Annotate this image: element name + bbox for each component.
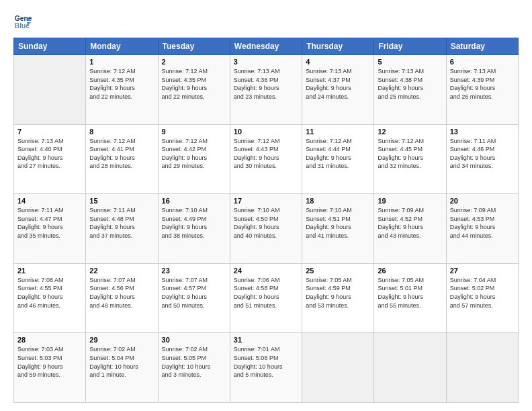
calendar-cell: 25Sunrise: 7:05 AM Sunset: 4:59 PM Dayli… <box>302 263 374 333</box>
calendar-cell: 29Sunrise: 7:02 AM Sunset: 5:04 PM Dayli… <box>86 333 158 403</box>
weekday-header-monday: Monday <box>86 38 158 55</box>
calendar-cell: 13Sunrise: 7:11 AM Sunset: 4:46 PM Dayli… <box>446 124 518 194</box>
day-number: 31 <box>234 336 298 344</box>
weekday-header-saturday: Saturday <box>446 38 518 55</box>
header: General Blue <box>13 12 519 31</box>
calendar-cell <box>14 55 86 125</box>
day-info: Sunrise: 7:12 AM Sunset: 4:42 PM Dayligh… <box>162 137 226 171</box>
day-info: Sunrise: 7:12 AM Sunset: 4:35 PM Dayligh… <box>162 67 226 101</box>
calendar-cell: 26Sunrise: 7:05 AM Sunset: 5:01 PM Dayli… <box>374 263 446 333</box>
day-number: 29 <box>89 336 154 344</box>
calendar-week-3: 21Sunrise: 7:08 AM Sunset: 4:55 PM Dayli… <box>14 263 519 333</box>
calendar-header: SundayMondayTuesdayWednesdayThursdayFrid… <box>14 38 519 55</box>
calendar-cell: 30Sunrise: 7:02 AM Sunset: 5:05 PM Dayli… <box>158 333 230 403</box>
day-number: 24 <box>234 267 298 275</box>
day-number: 28 <box>17 336 82 344</box>
day-number: 8 <box>89 128 154 136</box>
calendar-cell: 6Sunrise: 7:13 AM Sunset: 4:39 PM Daylig… <box>446 55 518 125</box>
calendar-cell: 17Sunrise: 7:10 AM Sunset: 4:50 PM Dayli… <box>230 194 302 264</box>
logo-icon: General Blue <box>13 12 32 31</box>
calendar-cell: 21Sunrise: 7:08 AM Sunset: 4:55 PM Dayli… <box>14 263 86 333</box>
logo: General Blue <box>13 12 35 31</box>
day-number: 16 <box>162 197 226 205</box>
calendar-cell: 31Sunrise: 7:01 AM Sunset: 5:06 PM Dayli… <box>230 333 302 403</box>
day-number: 9 <box>162 128 226 136</box>
day-number: 3 <box>234 58 298 66</box>
calendar-cell: 3Sunrise: 7:13 AM Sunset: 4:36 PM Daylig… <box>230 55 302 125</box>
day-number: 2 <box>162 58 226 66</box>
calendar-cell: 4Sunrise: 7:13 AM Sunset: 4:37 PM Daylig… <box>302 55 374 125</box>
calendar-cell: 16Sunrise: 7:10 AM Sunset: 4:49 PM Dayli… <box>158 194 230 264</box>
day-info: Sunrise: 7:12 AM Sunset: 4:44 PM Dayligh… <box>306 137 370 171</box>
day-number: 7 <box>17 128 82 136</box>
day-info: Sunrise: 7:01 AM Sunset: 5:06 PM Dayligh… <box>234 345 298 379</box>
day-number: 5 <box>378 58 442 66</box>
weekday-header-tuesday: Tuesday <box>158 38 230 55</box>
day-number: 21 <box>17 267 82 275</box>
day-info: Sunrise: 7:12 AM Sunset: 4:41 PM Dayligh… <box>89 137 154 171</box>
day-number: 12 <box>378 128 442 136</box>
day-info: Sunrise: 7:11 AM Sunset: 4:48 PM Dayligh… <box>89 206 154 240</box>
day-number: 18 <box>306 197 370 205</box>
calendar-cell: 18Sunrise: 7:10 AM Sunset: 4:51 PM Dayli… <box>302 194 374 264</box>
day-info: Sunrise: 7:07 AM Sunset: 4:56 PM Dayligh… <box>89 276 154 310</box>
calendar-cell <box>446 333 518 403</box>
day-number: 6 <box>450 58 515 66</box>
day-info: Sunrise: 7:12 AM Sunset: 4:45 PM Dayligh… <box>378 137 442 171</box>
weekday-header-friday: Friday <box>374 38 446 55</box>
day-info: Sunrise: 7:11 AM Sunset: 4:47 PM Dayligh… <box>17 206 82 240</box>
day-number: 13 <box>450 128 515 136</box>
calendar-cell: 7Sunrise: 7:13 AM Sunset: 4:40 PM Daylig… <box>14 124 86 194</box>
day-info: Sunrise: 7:05 AM Sunset: 5:01 PM Dayligh… <box>378 276 442 310</box>
calendar-cell <box>302 333 374 403</box>
calendar-cell: 24Sunrise: 7:06 AM Sunset: 4:58 PM Dayli… <box>230 263 302 333</box>
day-info: Sunrise: 7:12 AM Sunset: 4:35 PM Dayligh… <box>89 67 154 101</box>
calendar-cell: 2Sunrise: 7:12 AM Sunset: 4:35 PM Daylig… <box>158 55 230 125</box>
calendar-table: SundayMondayTuesdayWednesdayThursdayFrid… <box>13 38 519 403</box>
calendar-cell: 9Sunrise: 7:12 AM Sunset: 4:42 PM Daylig… <box>158 124 230 194</box>
calendar-cell: 1Sunrise: 7:12 AM Sunset: 4:35 PM Daylig… <box>86 55 158 125</box>
day-number: 19 <box>378 197 442 205</box>
day-info: Sunrise: 7:13 AM Sunset: 4:39 PM Dayligh… <box>450 67 515 101</box>
day-number: 22 <box>89 267 154 275</box>
day-info: Sunrise: 7:09 AM Sunset: 4:52 PM Dayligh… <box>378 206 442 240</box>
day-info: Sunrise: 7:02 AM Sunset: 5:04 PM Dayligh… <box>89 345 154 379</box>
day-info: Sunrise: 7:13 AM Sunset: 4:38 PM Dayligh… <box>378 67 442 101</box>
day-info: Sunrise: 7:12 AM Sunset: 4:43 PM Dayligh… <box>234 137 298 171</box>
day-number: 23 <box>162 267 226 275</box>
calendar-week-4: 28Sunrise: 7:03 AM Sunset: 5:03 PM Dayli… <box>14 333 519 403</box>
weekday-row: SundayMondayTuesdayWednesdayThursdayFrid… <box>14 38 519 55</box>
day-number: 30 <box>162 336 226 344</box>
calendar-cell: 22Sunrise: 7:07 AM Sunset: 4:56 PM Dayli… <box>86 263 158 333</box>
day-info: Sunrise: 7:06 AM Sunset: 4:58 PM Dayligh… <box>234 276 298 310</box>
calendar-cell: 15Sunrise: 7:11 AM Sunset: 4:48 PM Dayli… <box>86 194 158 264</box>
calendar-week-2: 14Sunrise: 7:11 AM Sunset: 4:47 PM Dayli… <box>14 194 519 264</box>
day-info: Sunrise: 7:05 AM Sunset: 4:59 PM Dayligh… <box>306 276 370 310</box>
day-info: Sunrise: 7:09 AM Sunset: 4:53 PM Dayligh… <box>450 206 515 240</box>
day-number: 11 <box>306 128 370 136</box>
day-number: 15 <box>89 197 154 205</box>
day-number: 1 <box>89 58 154 66</box>
calendar-cell: 14Sunrise: 7:11 AM Sunset: 4:47 PM Dayli… <box>14 194 86 264</box>
day-info: Sunrise: 7:13 AM Sunset: 4:40 PM Dayligh… <box>17 137 82 171</box>
day-info: Sunrise: 7:10 AM Sunset: 4:51 PM Dayligh… <box>306 206 370 240</box>
calendar-cell: 10Sunrise: 7:12 AM Sunset: 4:43 PM Dayli… <box>230 124 302 194</box>
day-number: 25 <box>306 267 370 275</box>
day-info: Sunrise: 7:03 AM Sunset: 5:03 PM Dayligh… <box>17 345 82 379</box>
weekday-header-thursday: Thursday <box>302 38 374 55</box>
day-info: Sunrise: 7:11 AM Sunset: 4:46 PM Dayligh… <box>450 137 515 171</box>
day-info: Sunrise: 7:02 AM Sunset: 5:05 PM Dayligh… <box>162 345 226 379</box>
calendar-cell: 28Sunrise: 7:03 AM Sunset: 5:03 PM Dayli… <box>14 333 86 403</box>
calendar-body: 1Sunrise: 7:12 AM Sunset: 4:35 PM Daylig… <box>14 55 519 403</box>
calendar-cell: 8Sunrise: 7:12 AM Sunset: 4:41 PM Daylig… <box>86 124 158 194</box>
day-number: 4 <box>306 58 370 66</box>
day-number: 26 <box>378 267 442 275</box>
day-info: Sunrise: 7:10 AM Sunset: 4:49 PM Dayligh… <box>162 206 226 240</box>
calendar-cell: 5Sunrise: 7:13 AM Sunset: 4:38 PM Daylig… <box>374 55 446 125</box>
calendar-week-1: 7Sunrise: 7:13 AM Sunset: 4:40 PM Daylig… <box>14 124 519 194</box>
day-number: 20 <box>450 197 515 205</box>
day-info: Sunrise: 7:10 AM Sunset: 4:50 PM Dayligh… <box>234 206 298 240</box>
weekday-header-wednesday: Wednesday <box>230 38 302 55</box>
calendar-cell <box>374 333 446 403</box>
day-info: Sunrise: 7:07 AM Sunset: 4:57 PM Dayligh… <box>162 276 226 310</box>
